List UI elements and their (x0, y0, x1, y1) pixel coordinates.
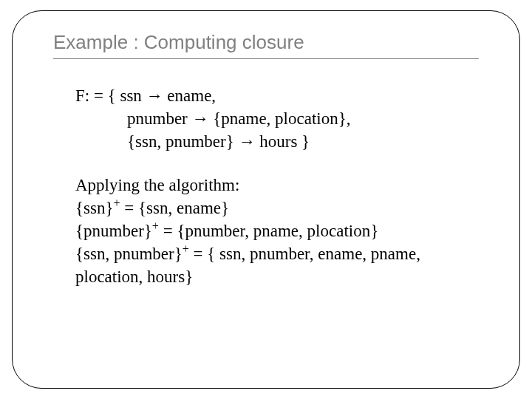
fd-line-1: F: = { ssn → ename, (75, 84, 479, 107)
arrow-icon: → (192, 109, 209, 128)
fd-line-2-left: pnumber (127, 109, 192, 128)
slide-content: Example : Computing closure F: = { ssn →… (16, 13, 516, 288)
closure-set-1: {ssn} (75, 199, 113, 217)
plus-superscript: + (113, 197, 120, 210)
fd-line-1-right: ename, (163, 86, 216, 105)
fd-line-2-right: {pname, plocation}, (209, 109, 351, 128)
fd-line-3-right: hours } (256, 132, 310, 151)
fd-line-1-left: F: = { ssn (75, 86, 146, 105)
plus-superscript: + (183, 243, 189, 256)
arrow-icon: → (239, 132, 256, 151)
closure-value-1: = {ssn, ename} (120, 199, 229, 217)
fd-line-3: {ssn, pnumber} → hours } (75, 130, 479, 153)
arrow-icon: → (146, 86, 163, 105)
slide-title: Example : Computing closure (53, 31, 479, 59)
plus-superscript: + (152, 220, 159, 233)
closure-set-2: {pnumber} (75, 222, 152, 240)
fd-line-2: pnumber → {pname, plocation}, (75, 107, 479, 130)
closure-value-2: = {pnumber, pname, plocation} (159, 222, 378, 240)
closure-set-3: {ssn, pnumber} (75, 245, 183, 263)
closure-result-1: {ssn}+ = {ssn, ename} (75, 197, 479, 219)
closure-result-2: {pnumber}+ = {pnumber, pname, plocation} (75, 219, 479, 242)
slide: Example : Computing closure F: = { ssn →… (0, 0, 532, 399)
algorithm-block: Applying the algorithm: {ssn}+ = {ssn, e… (75, 174, 479, 288)
slide-body: F: = { ssn → ename, pnumber → {pname, pl… (53, 84, 479, 288)
fd-line-3-left: {ssn, pnumber} (127, 132, 239, 151)
closure-result-3: {ssn, pnumber}+ = { ssn, pnumber, ename,… (75, 242, 479, 288)
functional-dependencies-block: F: = { ssn → ename, pnumber → {pname, pl… (75, 84, 479, 153)
algorithm-heading: Applying the algorithm: (75, 174, 479, 197)
